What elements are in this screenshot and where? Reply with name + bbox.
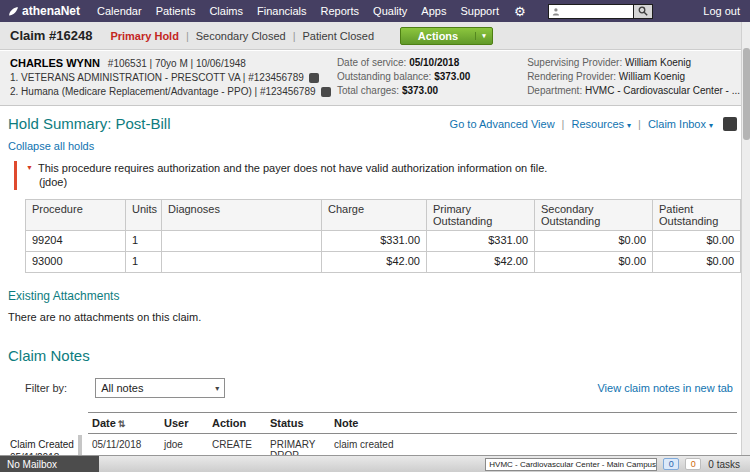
inbox-counter-secondary[interactable]: 0 bbox=[685, 458, 701, 470]
outstanding-balance-label: Outstanding balance: bbox=[337, 71, 432, 82]
patient-details: #106531 | 70yo M | 10/06/1948 bbox=[108, 58, 246, 69]
gear-icon[interactable]: ⚙ bbox=[506, 5, 534, 18]
nav-calendar[interactable]: Calendar bbox=[90, 5, 149, 17]
view-claim-notes-link[interactable]: View claim notes in new tab bbox=[597, 382, 733, 394]
vertical-scrollbar[interactable] bbox=[741, 22, 750, 455]
procedure-diagnoses bbox=[162, 231, 322, 252]
inbox-counter-primary[interactable]: 0 bbox=[663, 458, 679, 470]
department-label: Department: bbox=[527, 85, 582, 96]
status-divider bbox=[186, 30, 189, 42]
actions-button[interactable]: Actions ▾ bbox=[400, 27, 493, 45]
mailbox-label: No Mailbox bbox=[7, 459, 57, 470]
date-of-service-label: Date of service: bbox=[337, 57, 406, 68]
notes-filter-select[interactable]: All notes ▾ bbox=[95, 378, 225, 398]
procedures-header-row: Procedure Units Diagnoses Charge Primary… bbox=[26, 200, 741, 231]
status-secondary-closed: Secondary Closed bbox=[196, 30, 286, 42]
global-search-box bbox=[548, 4, 634, 19]
nav-apps[interactable]: Apps bbox=[414, 5, 453, 17]
nav-patients[interactable]: Patients bbox=[149, 5, 203, 17]
claim-header-bar: Claim #16248 Primary Hold Secondary Clos… bbox=[0, 22, 750, 50]
actions-button-label: Actions bbox=[401, 30, 475, 42]
procedure-diagnoses bbox=[162, 252, 322, 273]
mailbox-toggle[interactable]: No Mailbox bbox=[0, 456, 99, 472]
col-secondary-outstanding: Secondary Outstanding bbox=[535, 200, 653, 231]
nav-claims[interactable]: Claims bbox=[202, 5, 250, 17]
quick-menu-icon[interactable] bbox=[723, 117, 737, 131]
advanced-view-link[interactable]: Go to Advanced View bbox=[450, 118, 555, 130]
claim-notes-table: Date⇅ User Action Status Note 05/11/2018… bbox=[88, 412, 737, 455]
brand-name: athenaNet bbox=[22, 4, 80, 18]
department-select-value: HVMC - Cardiovascular Center - Main Camp… bbox=[489, 460, 656, 469]
collapse-all-holds-link[interactable]: Collapse all holds bbox=[8, 140, 94, 152]
procedure-code: 93000 bbox=[26, 252, 126, 273]
procedure-row: 93000 1 $42.00 $42.00 $0.00 $0.00 bbox=[26, 252, 741, 273]
logout-link[interactable]: Log out bbox=[703, 5, 740, 17]
procedure-charge: $331.00 bbox=[322, 231, 427, 252]
link-divider bbox=[638, 118, 641, 130]
nav-reports[interactable]: Reports bbox=[314, 5, 367, 17]
col-procedure: Procedure bbox=[26, 200, 126, 231]
supervising-provider-value: William Koenig bbox=[625, 57, 691, 68]
col-charge: Charge bbox=[322, 200, 427, 231]
note-group-label: Claim Created 05/11/2018 bbox=[10, 439, 74, 455]
insurance-details-icon[interactable] bbox=[309, 73, 319, 83]
status-patient-closed: Patient Closed bbox=[302, 30, 374, 42]
procedure-secondary-outstanding: $0.00 bbox=[535, 231, 653, 252]
notes-header-row: Date⇅ User Action Status Note bbox=[88, 413, 737, 434]
note-status: PRIMARY DROP bbox=[266, 434, 330, 456]
claim-content: Hold Summary: Post-Bill Go to Advanced V… bbox=[0, 107, 741, 455]
col-date: Date⇅ bbox=[88, 413, 160, 434]
note-text: claim created bbox=[330, 434, 737, 456]
nav-support[interactable]: Support bbox=[453, 5, 506, 17]
warning-triangle-icon: ▼ bbox=[26, 164, 33, 171]
user-icon bbox=[552, 7, 560, 16]
col-status: Status bbox=[266, 413, 330, 434]
athena-logo-icon bbox=[8, 6, 19, 17]
chevron-down-icon: ▾ bbox=[709, 121, 713, 130]
status-primary-hold: Primary Hold bbox=[110, 30, 178, 42]
insurance-details-icon[interactable] bbox=[321, 87, 331, 97]
procedure-patient-outstanding: $0.00 bbox=[653, 231, 741, 252]
nav-financials[interactable]: Financials bbox=[250, 5, 314, 17]
procedure-units: 1 bbox=[126, 252, 162, 273]
hold-summary-links: Go to Advanced View Resources▾ Claim Inb… bbox=[450, 117, 737, 131]
procedure-units: 1 bbox=[126, 231, 162, 252]
top-nav: athenaNet Calendar Patients Claims Finan… bbox=[0, 0, 750, 22]
procedure-charge: $42.00 bbox=[322, 252, 427, 273]
attachments-empty-message: There are no attachments on this claim. bbox=[8, 311, 741, 323]
insurance-primary: 1. VETERANS ADMINISTRATION - PRESCOTT VA… bbox=[10, 72, 304, 83]
claim-notes-area: Claim Created 05/11/2018 Date⇅ User Acti… bbox=[8, 412, 741, 455]
athena-logo[interactable]: athenaNet bbox=[8, 4, 80, 18]
total-charges-value: $373.00 bbox=[402, 85, 438, 96]
claim-summary-column: Date of service: 05/10/2018 Outstanding … bbox=[337, 57, 527, 105]
search-button[interactable] bbox=[634, 4, 653, 19]
procedure-patient-outstanding: $0.00 bbox=[653, 252, 741, 273]
procedure-primary-outstanding: $331.00 bbox=[427, 231, 535, 252]
hold-warning-user: (jdoe) bbox=[39, 176, 741, 188]
scrollbar-thumb[interactable] bbox=[743, 48, 750, 140]
col-patient-outstanding: Patient Outstanding bbox=[653, 200, 741, 231]
outstanding-balance-value: $373.00 bbox=[434, 71, 470, 82]
claim-inbox-menu[interactable]: Claim Inbox▾ bbox=[648, 118, 713, 130]
hold-warning-message: This procedure requires authorization an… bbox=[38, 162, 547, 174]
note-date: 05/11/2018 bbox=[88, 434, 160, 456]
status-bar: No Mailbox HVMC - Cardiovascular Center … bbox=[0, 455, 750, 472]
procedure-secondary-outstanding: $0.00 bbox=[535, 252, 653, 273]
claim-title: Claim #16248 bbox=[10, 28, 92, 43]
global-search-input[interactable] bbox=[562, 6, 630, 17]
filter-by-label: Filter by: bbox=[25, 382, 67, 394]
hold-summary-title: Hold Summary: Post-Bill bbox=[8, 115, 171, 132]
nav-quality[interactable]: Quality bbox=[366, 5, 414, 17]
total-charges-label: Total charges: bbox=[337, 85, 399, 96]
tasks-counter[interactable]: 0 tasks bbox=[708, 459, 740, 470]
chevron-down-icon: ▾ bbox=[656, 460, 657, 469]
sort-icon[interactable]: ⇅ bbox=[118, 419, 126, 429]
col-user: User bbox=[160, 413, 208, 434]
athenanet-claim-page: athenaNet Calendar Patients Claims Finan… bbox=[0, 0, 750, 472]
department-select[interactable]: HVMC - Cardiovascular Center - Main Camp… bbox=[485, 458, 657, 471]
status-divider bbox=[293, 30, 296, 42]
note-group-bar bbox=[78, 435, 82, 455]
patient-name: CHARLES WYNN bbox=[10, 57, 100, 69]
procedure-primary-outstanding: $42.00 bbox=[427, 252, 535, 273]
resources-menu[interactable]: Resources▾ bbox=[571, 118, 631, 130]
